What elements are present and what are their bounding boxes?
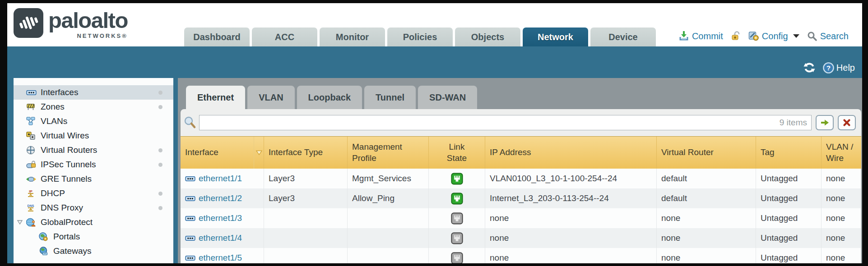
interface-link[interactable]: ethernet1/2 [199,193,242,203]
secondary-bar: ? Help [7,46,862,78]
sidebar-item-interfaces[interactable]: Interfaces [14,85,173,100]
search-button[interactable]: Search [807,31,849,41]
table-header: Interface Interface Type Management Prof… [181,136,861,169]
sidebar-item-vlans[interactable]: VLANs [14,114,173,128]
expander-down-icon[interactable] [17,234,23,239]
expander-down-icon[interactable] [17,176,23,182]
commit-icon [678,31,689,41]
primary-nav: DashboardACCMonitorPoliciesObjectsNetwor… [184,28,656,46]
column-header-ip-address[interactable]: IP Address [485,137,657,169]
interface-icon [185,175,195,183]
expander-down-icon[interactable] [17,104,23,110]
nav-tab-acc[interactable]: ACC [252,28,317,46]
sidebar-item-dns-proxy[interactable]: DNS DNS Proxy [14,201,173,215]
expander-down-icon[interactable] [17,147,23,153]
sidebar-item-globalprotect[interactable]: GlobalProtect [14,215,173,229]
interface-link[interactable]: ethernet1/3 [199,213,242,223]
table-row[interactable]: ethernet1/5 none none Untagged none [181,248,861,263]
portals-icon [39,232,49,241]
expander-down-icon[interactable] [17,191,23,196]
cell-ip-address: none [485,228,657,248]
table-row[interactable]: ethernet1/4 none none Untagged none [181,228,861,248]
interface-link[interactable]: ethernet1/5 [199,253,242,263]
expander-down-icon[interactable] [17,119,23,124]
help-icon: ? [822,62,835,74]
sidebar-item-dhcp[interactable]: IP DHCP [14,186,173,201]
cell-ip-address: Internet_L3_203-0-113-254--24 [485,188,657,208]
panel-tab-vlan[interactable]: VLAN [247,86,294,109]
expander-down-icon[interactable] [17,248,23,254]
nav-tab-network[interactable]: Network [523,28,588,46]
table-row[interactable]: ethernet1/3 none none Untagged none [181,208,861,228]
table-row[interactable]: ethernet1/1 Layer3 Mgmt_Services VLAN010… [181,169,861,188]
nav-tab-device[interactable]: Device [590,28,656,46]
panel-tab-loopback[interactable]: Loopback [297,86,362,109]
main-area: EthernetVLANLoopbackTunnelSD-WAN 9 items [178,78,862,263]
expander-down-icon[interactable] [17,205,23,211]
top-bar: paloalto NETWORKS® DashboardACCMonitorPo… [7,3,862,46]
expander-down-icon[interactable] [17,90,23,95]
column-header-interface-type[interactable]: Interface Type [264,137,348,169]
utility-bar: Commit Config [678,31,849,41]
panos-web-ui: paloalto NETWORKS® DashboardACCMonitorPo… [7,3,862,263]
cell-ip-address: none [485,208,657,228]
link-up-icon[interactable] [451,193,463,205]
column-header-tag[interactable]: Tag [756,137,822,169]
commit-button[interactable]: Commit [678,31,723,41]
refresh-icon[interactable] [803,61,816,74]
interface-link[interactable]: ethernet1/4 [199,233,242,243]
table-body: ethernet1/1 Layer3 Mgmt_Services VLAN010… [181,169,861,263]
link-down-icon[interactable] [451,212,463,225]
apply-filter-button[interactable] [816,115,834,130]
globalprotect-icon [26,218,37,227]
expander-down-icon[interactable] [17,162,23,167]
column-header-virtual-router[interactable]: Virtual Router [657,137,756,169]
interface-icon [185,234,195,242]
expander-down-icon[interactable] [17,220,23,225]
filter-input[interactable] [199,115,812,130]
cell-vlan-wire: none [822,208,861,228]
cell-interface-type [264,248,348,263]
link-down-icon[interactable] [451,232,463,244]
interfaces-icon [26,88,37,97]
nav-tab-monitor[interactable]: Monitor [320,28,385,46]
sidebar-item-zones[interactable]: Zones [14,100,173,114]
sidebar: Interfaces Zones VLANs Virtual Wires Vir… [14,78,173,263]
gre-tunnels-icon [26,174,37,183]
link-up-icon[interactable] [451,173,463,185]
panel-tab-ethernet[interactable]: Ethernet [186,86,245,109]
items-count: 9 items [780,118,807,128]
cell-vlan-wire: none [822,188,861,208]
expander-down-icon[interactable] [17,133,23,138]
sidebar-item-ipsec-tunnels[interactable]: IPSec Tunnels [14,157,173,172]
nav-tab-policies[interactable]: Policies [387,28,453,46]
brand-logo: paloalto NETWORKS® [14,8,128,39]
ipsec-tunnels-icon [26,160,37,169]
column-header-vlan-wire[interactable]: VLAN / Wire [822,137,861,169]
sidebar-item-virtual-routers[interactable]: Virtual Routers [14,143,173,157]
config-menu[interactable]: Config [748,31,799,41]
cell-management-profile: Allow_Ping [348,188,429,208]
sidebar-item-gre-tunnels[interactable]: GRE Tunnels [14,172,173,186]
filter-row: 9 items [181,109,861,136]
sidebar-item-gateways[interactable]: Gateways [14,244,173,258]
nav-tab-dashboard[interactable]: Dashboard [184,28,250,46]
interface-link[interactable]: ethernet1/1 [199,174,242,183]
nav-tab-objects[interactable]: Objects [455,28,520,46]
sidebar-item-portals[interactable]: Portals [14,229,173,244]
link-down-icon[interactable] [451,252,463,264]
column-header-link-state[interactable]: Link State [429,137,485,169]
column-header-management-profile[interactable]: Management Profile [348,137,429,169]
panel-tab-sd-wan[interactable]: SD-WAN [418,86,477,109]
content-area: Interfaces Zones VLANs Virtual Wires Vir… [7,78,862,263]
sidebar-item-virtual-wires[interactable]: Virtual Wires [14,128,173,143]
panel-tab-tunnel[interactable]: Tunnel [364,86,416,109]
table-row[interactable]: ethernet1/2 Layer3 Allow_Ping Internet_L… [181,188,861,208]
pending-change-dot [158,163,162,167]
interface-type-tabs: EthernetVLANLoopbackTunnelSD-WAN [186,86,477,109]
lock-icon[interactable] [730,31,741,41]
clear-filter-button[interactable] [838,115,856,130]
column-filter-button[interactable] [254,137,264,169]
help-button[interactable]: ? Help [822,62,855,74]
column-header-interface[interactable]: Interface [181,137,264,169]
